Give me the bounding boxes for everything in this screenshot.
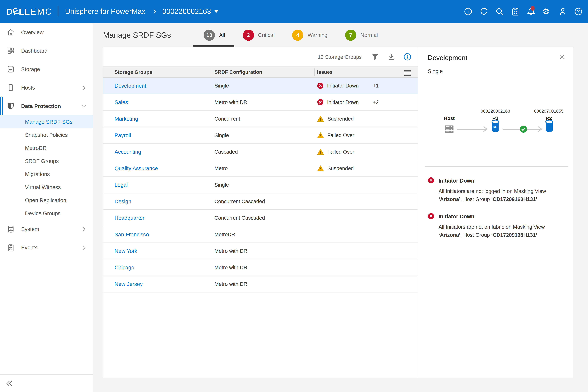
column-header-issues[interactable]: Issues <box>317 67 332 77</box>
column-header-storage-groups[interactable]: Storage Groups <box>114 67 152 77</box>
table-row[interactable]: ChicagoMetro with DR <box>103 260 418 276</box>
sidebar-item-open-replication[interactable]: Open Replication <box>0 194 93 207</box>
sidebar-item-snapshot-policies[interactable]: Snapshot Policies <box>0 128 93 142</box>
sub-item-label: Device Groups <box>25 210 60 216</box>
chevron-right-icon <box>81 245 87 250</box>
table-row[interactable]: New JerseyMetro with DR <box>103 276 418 292</box>
sidebar-item-dashboard[interactable]: Dashboard <box>0 42 93 60</box>
critical-icon <box>317 99 324 106</box>
storage-group-link[interactable]: Headquarter <box>114 215 144 221</box>
chevron-right-icon <box>81 85 87 90</box>
storage-group-link[interactable]: Marketing <box>114 116 138 122</box>
sidebar-item-hosts[interactable]: Hosts <box>0 78 93 97</box>
tab-label: Normal <box>360 32 378 38</box>
table-row[interactable]: DevelopmentSingleInitiator Down+1 <box>103 78 418 94</box>
selected-tab-underline <box>193 45 234 47</box>
storage-group-link[interactable]: San Francisco <box>114 231 149 238</box>
storage-group-link[interactable]: Payroll <box>114 132 131 138</box>
search-icon[interactable] <box>495 7 504 16</box>
app-title: Unisphere for PowerMax <box>65 7 146 16</box>
sidebar-item-data-protection[interactable]: Data Protection <box>0 97 93 115</box>
sidebar-item-srdf-groups[interactable]: SRDF Groups <box>0 154 93 168</box>
tab-all[interactable]: 13All <box>204 30 225 40</box>
help-icon[interactable]: ? <box>574 7 583 16</box>
issue-cell: Failed Over <box>317 132 354 138</box>
critical-icon <box>428 213 434 220</box>
sidebar-item-label: System <box>21 226 39 232</box>
info-icon[interactable] <box>464 7 473 16</box>
storage-group-link[interactable]: Development <box>114 83 146 89</box>
filter-icon[interactable] <box>371 53 379 61</box>
table-row[interactable]: New YorkMetro with DR <box>103 243 418 260</box>
jobs-icon[interactable] <box>511 7 520 16</box>
breadcrumb-chevron-icon <box>152 8 158 14</box>
tab-count-badge: 4 <box>292 30 303 40</box>
storage-group-link[interactable]: Accounting <box>114 149 141 155</box>
issue-label: Suspended <box>328 116 354 122</box>
table-row[interactable]: LegalSingle <box>103 177 418 193</box>
storage-groups-table-pane: 13 Storage Groups Storage Groups SRDF Co… <box>103 47 418 378</box>
sidebar-item-migrations[interactable]: Migrations <box>0 168 93 181</box>
export-icon[interactable] <box>387 53 396 61</box>
warning-icon <box>317 148 324 155</box>
warning-icon <box>317 132 324 138</box>
content-card: 13 Storage Groups Storage Groups SRDF Co… <box>102 47 574 378</box>
sidebar-item-device-groups[interactable]: Device Groups <box>0 207 93 220</box>
storage-group-link[interactable]: Design <box>114 198 131 204</box>
sidebar-item-events[interactable]: Events <box>0 238 93 257</box>
storage-group-link[interactable]: Legal <box>114 182 128 188</box>
table-row[interactable]: AccountingCascadedFailed Over <box>103 144 418 160</box>
user-icon[interactable] <box>558 7 567 16</box>
storage-group-link[interactable]: Chicago <box>114 264 134 270</box>
srdf-configuration-cell: Concurrent Cascaded <box>214 215 265 221</box>
page-head: Manage SRDF SGs <box>103 23 171 47</box>
storage-group-link[interactable]: Sales <box>114 99 128 105</box>
table-row[interactable]: Quality AssuranceMetroSuspended <box>103 160 418 177</box>
column-header-srdf-configuration[interactable]: SRDF Configuration <box>214 67 262 77</box>
settings-icon[interactable]: ⚙ <box>542 7 552 16</box>
tab-warning[interactable]: 4Warning <box>292 30 328 40</box>
storage-group-link[interactable]: New Jersey <box>114 281 142 287</box>
table-row[interactable]: San FranciscoMetroDR <box>103 226 418 243</box>
srdf-configuration-cell: Cascaded <box>214 149 238 155</box>
tab-count-badge: 13 <box>204 30 215 40</box>
refresh-icon[interactable] <box>479 7 488 16</box>
sidebar-item-storage[interactable]: Storage <box>0 60 93 78</box>
tab-label: Warning <box>308 32 328 38</box>
storage-group-link[interactable]: Quality Assurance <box>114 165 158 172</box>
table-row[interactable]: MarketingConcurrentSuspended <box>103 111 418 127</box>
sidebar-item-system[interactable]: System <box>0 220 93 238</box>
table-row[interactable]: SalesMetro with DRInitiator Down+2 <box>103 94 418 111</box>
array-selector[interactable]: 000220002163 <box>162 7 218 16</box>
tab-normal[interactable]: 7Normal <box>345 30 378 40</box>
column-settings-icon[interactable] <box>404 70 411 77</box>
notifications-icon[interactable] <box>526 7 536 16</box>
issue-label: Suspended <box>328 166 354 171</box>
issue-cell: Failed Over <box>317 148 354 155</box>
sidebar-collapse-button[interactable] <box>0 374 93 392</box>
table-row[interactable]: DesignConcurrent Cascaded <box>103 193 418 210</box>
collapse-left-icon <box>5 379 14 388</box>
tab-count-badge: 7 <box>345 30 356 40</box>
issue-label: Failed Over <box>328 149 354 155</box>
table-row[interactable]: HeadquarterConcurrent Cascaded <box>103 210 418 226</box>
tab-critical[interactable]: 2Critical <box>243 30 274 40</box>
srdf-configuration-cell: Single <box>214 83 229 89</box>
top-header-bar: DELLEMC Unisphere for PowerMax 000220002… <box>0 0 588 23</box>
sidebar-item-metrodr[interactable]: MetroDR <box>0 142 93 154</box>
sidebar-item-overview[interactable]: Overview <box>0 23 93 42</box>
alert-item: Initiator DownAll Initiators are not log… <box>428 177 564 203</box>
table-body: DevelopmentSingleInitiator Down+1SalesMe… <box>103 78 418 378</box>
close-icon[interactable] <box>559 54 565 60</box>
storage-group-link[interactable]: New York <box>114 248 137 254</box>
table-row[interactable]: PayrollSingleFailed Over <box>103 127 418 144</box>
details-info-icon[interactable] <box>403 53 412 61</box>
srdf-configuration-cell: Single <box>214 132 229 138</box>
main-content: Manage SRDF SGs 13All2Critical4Warning7N… <box>94 23 588 392</box>
alert-title: Initiator Down <box>438 213 564 220</box>
sidebar-item-virtual-witness[interactable]: Virtual Witness <box>0 181 93 194</box>
sidebar-item-label: Dashboard <box>21 48 48 54</box>
issue-cell: Suspended <box>317 116 354 122</box>
sidebar-item-manage-srdf-sgs[interactable]: Manage SRDF SGs <box>0 115 93 128</box>
srdf-configuration-cell: Single <box>214 182 229 188</box>
